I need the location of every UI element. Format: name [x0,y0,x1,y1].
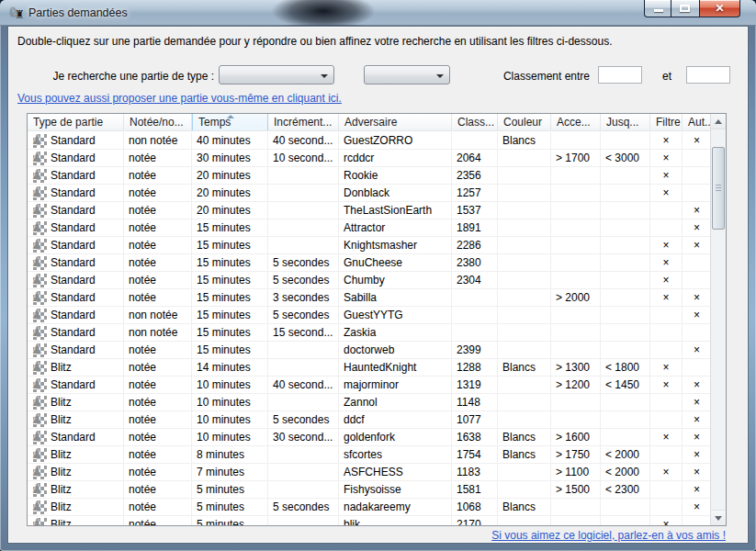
chess-pawn-icon: ♟ [33,413,47,427]
column-header-4[interactable]: Incrément... [268,114,339,130]
cell [268,464,339,481]
cell: × [650,289,683,307]
cell [268,446,339,464]
titlebar[interactable]: ♘♜ Parties demandées ✕ [0,0,756,26]
table-row[interactable]: ♟Standardnotée20 minutesRookie2356× [28,167,712,185]
chess-app-icon: ♘♜ [8,6,24,21]
table-row[interactable]: ♟Standardnotée15 minutes5 secondesGnuChe… [28,254,712,272]
column-header-5[interactable]: Adversaire [339,114,452,130]
cell [650,307,683,324]
table-row[interactable]: ♟Standardnotée15 minutes3 secondesSabill… [28,289,712,307]
cell: > 1100 [551,464,601,481]
column-header-8[interactable]: Acce... [551,114,601,130]
scroll-down-button[interactable] [711,510,727,525]
table-row[interactable]: ♟Standardnotée15 minutesKnightsmasher228… [28,237,712,254]
minimize-button[interactable] [644,0,671,17]
column-header-label: Filtre [656,116,681,129]
secondary-select[interactable] [364,65,450,84]
table-row[interactable]: ♟Standardnotée30 minutes10 second...rcdd… [28,150,712,167]
vertical-scrollbar[interactable] [710,114,726,525]
cell: doctorweb [339,342,452,359]
scroll-up-button[interactable] [711,114,727,129]
cell [683,150,712,167]
table-row[interactable]: ♟Blitznotée5 minutes5 secondesnadakareem… [28,499,712,516]
table-row[interactable]: ♟Blitznotée10 minutesZannol1148× [28,394,712,411]
share-with-friends-link[interactable]: Si vous aimez ce logiciel, parlez-en à v… [491,529,726,542]
table-row[interactable]: ♟Standardnon notée15 minutes5 secondesGu… [28,307,712,324]
game-type-select[interactable] [219,65,334,84]
cell: notée [124,464,192,481]
cell [268,185,339,202]
cell: 2286 [452,237,498,254]
column-header-6[interactable]: Class... [452,114,498,130]
cell: × [683,307,712,324]
table-row[interactable]: ♟Standardnotée10 minutes40 second...majo… [28,377,712,394]
propose-game-link[interactable]: Vous pouvez aussi proposer une partie vo… [17,92,342,105]
cell: 30 second... [268,429,339,446]
rating-min-input[interactable] [598,66,642,84]
cell: 20 minutes [192,167,268,185]
table-row[interactable]: ♟Blitznotée5 minutesblik2170× [28,516,712,526]
cell [601,202,650,219]
cell [683,167,712,185]
table-row[interactable]: ♟Standardnotée20 minutesTheLastSionEarth… [28,202,712,219]
cell: 1148 [452,394,498,411]
cell [498,202,551,219]
cell [268,342,339,359]
table-row[interactable]: ♟Standardnotée15 minutes5 secondesChumby… [28,272,712,289]
table-row[interactable]: ♟Standardnon notée40 minutes40 second...… [28,132,712,150]
cell: ♟Standard [28,289,124,307]
cell [650,219,683,237]
cell: × [650,132,683,150]
cell [268,481,339,499]
cell: notée [124,202,192,219]
window-title: Parties demandées [28,6,128,19]
table-row[interactable]: ♟Blitznotée7 minutesASFCHESS1183> 1100< … [28,464,712,481]
scroll-up-icon [715,119,722,124]
cell: ♟Standard [28,429,124,446]
column-header-9[interactable]: Jusq... [601,114,650,130]
maximize-button[interactable] [671,0,699,17]
game-type-cell-label: Standard [51,185,96,201]
column-header-10[interactable]: Filtre [650,114,683,130]
table-row[interactable]: ♟Standardnotée15 minutesAttractor1891× [28,219,712,237]
cell: 5 minutes [192,481,268,499]
close-button[interactable]: ✕ [699,0,740,17]
chess-pawn-icon: ♟ [33,431,47,444]
column-header-7[interactable]: Couleur [498,114,551,130]
table-row[interactable]: ♟Standardnotée15 minutesdoctorweb2399× [28,342,712,359]
column-header-1[interactable]: Type de partie [28,114,124,130]
table-row[interactable]: ♟Standardnon notée15 minutes15 second...… [28,324,712,342]
cell [498,150,551,167]
cell: 5 minutes [192,516,268,526]
cell: ♟Blitz [28,446,124,464]
column-header-3[interactable]: Temps [192,114,268,130]
cell: × [683,202,712,219]
cell [268,219,339,237]
cell: ♟Standard [28,272,124,289]
table-row[interactable]: ♟Blitznotée14 minutesHauntedKnight1288Bl… [28,359,712,377]
cell: × [650,185,683,202]
column-header-11[interactable]: Aut... [683,114,712,130]
cell: 15 minutes [192,219,268,237]
table-row[interactable]: ♟Standardnotée10 minutes30 second...gold… [28,429,712,446]
chess-pawn-icon: ♟ [33,483,47,497]
cell: > 1750 [551,446,601,464]
rating-max-input[interactable] [686,66,730,84]
cell: ♟Blitz [28,516,124,526]
scrollbar-thumb[interactable] [712,147,725,230]
cell [498,324,551,342]
table-row[interactable]: ♟Standardnotée20 minutesDonblack1257× [28,185,712,202]
cell: majorminor [339,377,452,394]
table-row[interactable]: ♟Blitznotée10 minutes5 secondesddcf1077× [28,411,712,429]
cell: ♟Standard [28,307,124,324]
cell: 10 minutes [192,429,268,446]
column-header-2[interactable]: Notée/no... [124,114,192,130]
table-row[interactable]: ♟Blitznotée5 minutesFishysoisse1581> 150… [28,481,712,499]
chess-pawn-icon: ♟ [33,152,47,165]
cell: ddcf [339,411,452,429]
table-row[interactable]: ♟Blitznotée8 minutessfcortes1754Blancs> … [28,446,712,464]
cell [551,132,601,150]
cell [452,307,498,324]
cell [650,394,683,411]
